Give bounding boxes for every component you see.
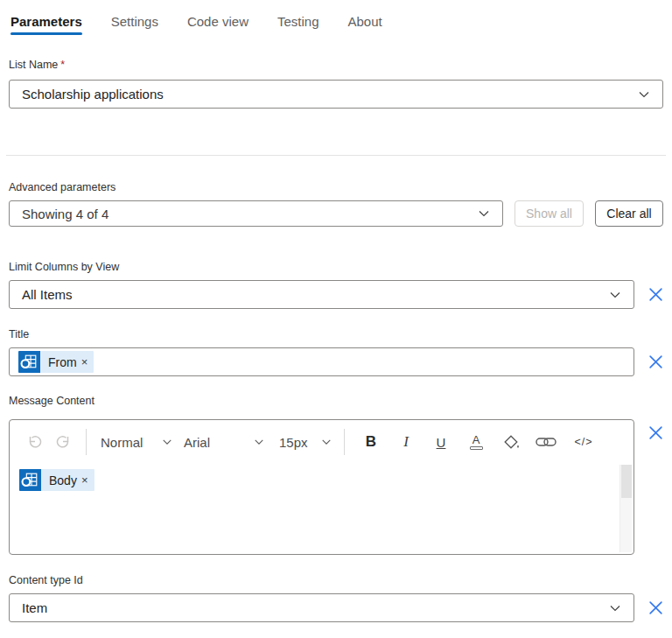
content-type-row: Item <box>9 593 663 622</box>
toolbar-separator <box>86 429 87 455</box>
remove-limit-columns-parameter-button[interactable] <box>648 287 663 303</box>
font-color-icon: A <box>470 434 483 450</box>
editor-scrollbar[interactable] <box>620 465 632 552</box>
chevron-down-icon <box>638 88 650 101</box>
token-remove-icon[interactable]: × <box>80 473 94 487</box>
underline-icon: U <box>437 435 446 450</box>
x-icon <box>648 287 663 302</box>
paint-bucket-icon <box>502 433 521 452</box>
remove-title-parameter-button[interactable] <box>648 354 663 370</box>
list-name-label-text: List Name <box>9 59 58 71</box>
list-name-label: List Name* <box>9 58 663 72</box>
section-divider <box>6 155 666 156</box>
font-color-button[interactable]: A <box>466 431 486 453</box>
font-family-dropdown[interactable]: Arial <box>184 429 264 455</box>
token-remove-icon[interactable]: × <box>80 355 94 368</box>
show-all-button[interactable]: Show all <box>514 200 584 227</box>
chevron-down-icon <box>609 602 621 614</box>
insert-link-button[interactable] <box>536 431 556 453</box>
scrollbar-thumb[interactable] <box>621 465 632 498</box>
highlight-color-button[interactable] <box>500 431 522 453</box>
token-label: From <box>40 355 80 369</box>
font-size-value: 15px <box>279 435 308 450</box>
tab-settings[interactable]: Settings <box>111 9 158 40</box>
action-parameters-panel: Parameters Settings Code view Testing Ab… <box>0 0 672 622</box>
required-asterisk: * <box>60 59 65 71</box>
content-type-label: Content type Id <box>9 573 663 587</box>
redo-button[interactable] <box>52 431 74 453</box>
clear-all-button[interactable]: Clear all <box>595 200 663 227</box>
remove-message-content-parameter-button[interactable] <box>648 424 663 440</box>
list-name-value: Scholarship applications <box>22 87 164 102</box>
title-row: From × <box>9 347 663 376</box>
italic-icon: I <box>403 433 409 451</box>
limit-columns-dropdown[interactable]: All Items <box>9 280 634 309</box>
x-icon <box>648 425 663 440</box>
advanced-parameters-label: Advanced parameters <box>9 180 663 194</box>
outlook-connector-icon <box>19 469 41 491</box>
rte-toolbar: Normal Arial 15px B I U <box>10 420 634 464</box>
advanced-parameters-row: Showing 4 of 4 Show all Clear all <box>9 200 663 227</box>
advanced-parameters-value: Showing 4 of 4 <box>22 207 108 221</box>
limit-columns-value: All Items <box>22 287 73 302</box>
rich-text-editor: Normal Arial 15px B I U <box>9 419 634 555</box>
tab-parameters[interactable]: Parameters <box>10 9 82 40</box>
code-icon: </> <box>574 436 592 448</box>
chevron-down-icon <box>321 437 332 447</box>
underline-button[interactable]: U <box>430 431 452 453</box>
font-family-value: Arial <box>184 435 210 450</box>
paragraph-format-dropdown[interactable]: Normal <box>101 429 172 455</box>
tab-bar: Parameters Settings Code view Testing Ab… <box>9 9 663 40</box>
rte-content-area[interactable]: Body × <box>10 464 634 555</box>
chevron-down-icon <box>478 207 490 220</box>
x-icon <box>648 354 663 369</box>
paragraph-format-value: Normal <box>101 435 143 450</box>
redo-icon <box>54 433 72 451</box>
chevron-down-icon <box>254 437 264 447</box>
outlook-connector-icon <box>18 351 40 373</box>
font-size-dropdown[interactable]: 15px <box>279 429 332 455</box>
x-icon <box>648 600 663 615</box>
chevron-down-icon <box>162 437 172 447</box>
italic-button[interactable]: I <box>396 431 416 453</box>
dynamic-content-token-body[interactable]: Body × <box>19 469 94 491</box>
link-icon <box>536 435 556 449</box>
toolbar-separator <box>344 429 345 455</box>
advanced-parameters-dropdown[interactable]: Showing 4 of 4 <box>9 200 503 227</box>
undo-button[interactable] <box>24 431 46 453</box>
format-buttons: B I U A <box>360 431 597 453</box>
tab-testing[interactable]: Testing <box>277 9 319 40</box>
title-label: Title <box>9 327 663 341</box>
token-label: Body <box>41 473 80 487</box>
dynamic-content-token-from[interactable]: From × <box>18 351 94 373</box>
tab-code-view[interactable]: Code view <box>187 9 248 40</box>
limit-columns-row: All Items <box>9 280 663 309</box>
message-content-label: Message Content <box>9 394 663 408</box>
undo-icon <box>26 433 44 451</box>
message-content-row: Normal Arial 15px B I U <box>9 414 663 555</box>
tab-about[interactable]: About <box>348 9 382 40</box>
code-view-button[interactable]: </> <box>570 431 597 453</box>
bold-icon: B <box>366 433 376 451</box>
list-name-dropdown[interactable]: Scholarship applications <box>9 80 663 109</box>
remove-content-type-parameter-button[interactable] <box>648 600 663 616</box>
title-input[interactable]: From × <box>9 347 634 376</box>
chevron-down-icon <box>609 289 621 301</box>
content-type-dropdown[interactable]: Item <box>9 593 634 622</box>
limit-columns-label: Limit Columns by View <box>9 260 663 274</box>
content-type-value: Item <box>22 600 47 615</box>
bold-button[interactable]: B <box>360 431 382 453</box>
